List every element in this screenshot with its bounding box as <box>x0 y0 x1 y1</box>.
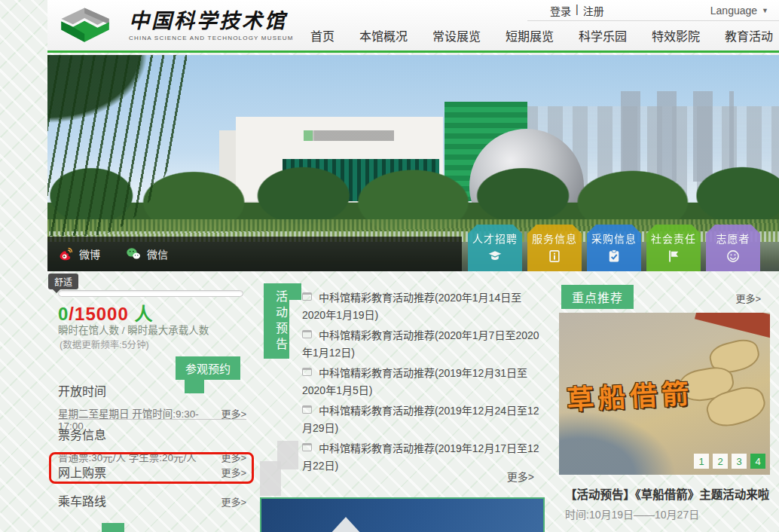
nav-item-permanent-exhibits[interactable]: 常设展览 <box>432 26 481 44</box>
transport-more-link[interactable]: 更多> <box>221 494 246 509</box>
open-hours-section: 开放时间 星期二至星期日 开馆时间:9:30-17:00 更多> <box>58 381 246 432</box>
smiley-icon <box>726 249 741 264</box>
count-max: 15000 <box>75 304 129 324</box>
nav-item-about[interactable]: 本馆概况 <box>359 26 408 44</box>
green-square-decoration <box>102 523 124 532</box>
flag-icon <box>666 249 681 264</box>
page-dot-1[interactable]: 1 <box>694 454 709 469</box>
wechat-label: 微信 <box>147 246 168 261</box>
page-dot-3[interactable]: 3 <box>732 454 747 469</box>
reserve-visit-button[interactable]: 参观预约 <box>176 356 240 380</box>
banner-building-roof <box>329 517 362 532</box>
register-link[interactable]: 注册 <box>583 3 604 18</box>
online-ticket-section: 网上购票 更多> <box>58 463 246 481</box>
weibo-icon <box>58 246 73 261</box>
quick-link-procurement[interactable]: 采购信息 <box>587 225 641 271</box>
logo-title: 中国科学技术馆 <box>129 10 294 32</box>
capacity-progress-bar <box>58 290 243 297</box>
graduation-cap-icon <box>487 249 503 264</box>
language-dropdown[interactable]: Language ▼ <box>710 5 768 17</box>
logo[interactable]: 中国科学技术馆 CHINA SCIENCE AND TECHNOLOGY MUS… <box>49 4 294 47</box>
divider <box>58 419 246 420</box>
event-list-item[interactable]: 中科馆精彩教育活动推荐(2020年1月14日至2020年1月19日) <box>302 289 543 324</box>
quick-link-social-responsibility[interactable]: 社会责任 <box>646 225 701 271</box>
nav-item-education[interactable]: 教育活动 <box>725 26 773 44</box>
update-note: (数据更新频率:5分钟) <box>60 337 149 351</box>
account-divider: | <box>576 3 579 18</box>
online-ticket-more-link[interactable]: 更多> <box>221 465 246 479</box>
events-panel: 活动预告 中科馆精彩教育活动推荐(2020年1月14日至2020年1月19日) … <box>260 271 546 532</box>
count-current: 0 <box>58 304 69 324</box>
quick-link-service-info[interactable]: 服务信息 <box>527 225 582 271</box>
count-unit: 人 <box>134 304 153 324</box>
info-book-icon <box>547 249 562 264</box>
count-caption: 瞬时在馆人数 / 瞬时最大承载人数 <box>58 322 209 337</box>
events-tab-notch <box>289 283 301 300</box>
nav-item-special-cinema[interactable]: 特效影院 <box>652 26 700 44</box>
transport-title[interactable]: 乘车路线 <box>58 491 106 509</box>
nav-item-home[interactable]: 首页 <box>310 26 335 44</box>
bottom-banner-image[interactable] <box>260 497 545 532</box>
featured-panel: 重点推荐 更多> 草船借箭 1 2 3 4 【活动预告】《草船借箭》主题活动来啦… <box>558 271 770 532</box>
login-link[interactable]: 登录 <box>550 3 571 18</box>
page-dot-4-active[interactable]: 4 <box>750 454 765 469</box>
calendar-icon <box>302 368 312 376</box>
weibo-link[interactable]: 微博 <box>58 246 100 261</box>
hero-building-sign <box>304 130 394 141</box>
ticket-info-detail: 普通票:30元/人 学生票:20元/人 <box>58 449 197 464</box>
open-hours-title[interactable]: 开放时间 <box>58 381 246 399</box>
slide-red-shape <box>695 313 770 339</box>
chevron-down-icon: ▼ <box>762 7 768 14</box>
featured-caption-link[interactable]: 【活动预告】《草船借箭》主题活动来啦 <box>565 485 769 502</box>
wechat-link[interactable]: 微信 <box>126 246 168 261</box>
featured-time: 时间:10月19日——10月27日 <box>565 506 699 521</box>
main-nav: 首页 本馆概况 常设展览 短期展览 科学乐园 特效影院 教育活动 <box>310 26 773 44</box>
featured-more-link[interactable]: 更多> <box>735 291 761 305</box>
count-separator: / <box>69 304 75 324</box>
social-strip: 微博 微信 <box>47 237 462 271</box>
events-list: 中科馆精彩教育活动推荐(2020年1月14日至2020年1月19日) 中科馆精彩… <box>302 289 543 478</box>
calendar-icon <box>302 292 312 301</box>
quick-link-recruitment[interactable]: 人才招聘 <box>468 225 522 271</box>
calendar-icon <box>302 330 312 338</box>
hero-photo: 微博 微信 人才招聘 <box>47 55 779 271</box>
transport-section: 乘车路线 更多> <box>58 491 246 509</box>
header: 中国科学技术馆 CHINA SCIENCE AND TECHNOLOGY MUS… <box>47 0 779 53</box>
quick-links: 人才招聘 服务信息 采购信息 <box>468 225 760 271</box>
museum-logo-icon <box>49 4 123 47</box>
events-more-link[interactable]: 更多> <box>507 469 534 484</box>
quick-link-volunteer[interactable]: 志愿者 <box>706 225 760 271</box>
account-row: 登录 | 注册 Language ▼ <box>527 0 779 21</box>
ticket-info-title[interactable]: 票务信息 <box>58 425 246 443</box>
gray-block-decoration <box>260 461 281 496</box>
events-tab[interactable]: 活动预告 <box>264 283 289 359</box>
nav-item-short-term-exhibits[interactable]: 短期展览 <box>506 26 554 44</box>
visitor-panel: 舒适 0/15000 人 瞬时在馆人数 / 瞬时最大承载人数 (数据更新频率:5… <box>47 271 249 532</box>
featured-carousel-slide[interactable]: 草船借箭 1 2 3 4 <box>559 313 770 475</box>
comfort-badge: 舒适 <box>48 274 78 289</box>
page: 中国科学技术馆 CHINA SCIENCE AND TECHNOLOGY MUS… <box>0 0 779 532</box>
wechat-icon <box>126 246 141 261</box>
event-list-item[interactable]: 中科馆精彩教育活动推荐(2020年1月7日至2020年1月12日) <box>302 327 543 362</box>
online-ticket-title[interactable]: 网上购票 <box>58 463 106 481</box>
event-list-item[interactable]: 中科馆精彩教育活动推荐(2019年12月24日至12月29日) <box>302 402 543 437</box>
event-list-item[interactable]: 中科馆精彩教育活动推荐(2019年12月31日至2020年1月5日) <box>302 365 543 399</box>
slide-title: 草船借箭 <box>566 371 695 417</box>
clipboard-check-icon <box>606 249 622 264</box>
nav-item-science-park[interactable]: 科学乐园 <box>579 26 627 44</box>
carousel-pagination: 1 2 3 4 <box>694 454 765 469</box>
weibo-label: 微博 <box>79 246 100 261</box>
language-label: Language <box>710 5 757 17</box>
logo-subtitle: CHINA SCIENCE AND TECHNOLOGY MUSEUM <box>129 35 294 41</box>
page-dot-2[interactable]: 2 <box>713 454 728 469</box>
ticket-info-section: 票务信息 普通票:30元/人 学生票:20元/人 更多> <box>58 425 246 464</box>
featured-title-button[interactable]: 重点推荐 <box>561 285 634 309</box>
calendar-icon <box>302 443 312 451</box>
calendar-icon <box>302 405 312 414</box>
